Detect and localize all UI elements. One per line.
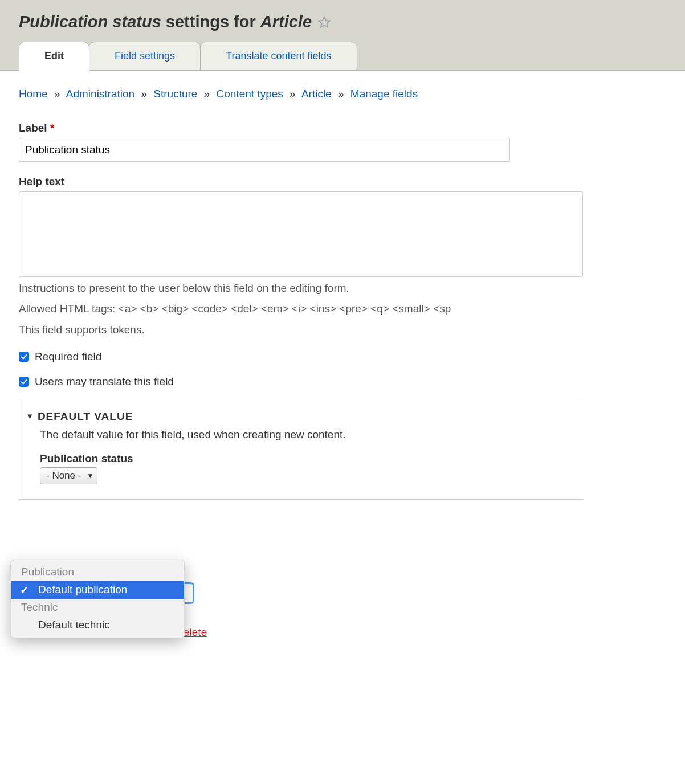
required-checkbox-label: Required field: [35, 350, 101, 363]
default-value-fieldset: ▼ DEFAULT VALUE The default value for th…: [19, 401, 583, 500]
breadcrumb: Home » Administration » Structure » Cont…: [19, 88, 685, 100]
tab-field-settings[interactable]: Field settings: [89, 42, 201, 71]
fieldset-description: The default value for this field, used w…: [40, 428, 562, 441]
tabs: Edit Field settings Translate content fi…: [0, 42, 685, 71]
tab-edit[interactable]: Edit: [19, 42, 89, 71]
crumb-manage-fields[interactable]: Manage fields: [350, 88, 418, 100]
fieldset-legend[interactable]: ▼ DEFAULT VALUE: [19, 410, 583, 428]
help-desc-line1: Instructions to present to the user belo…: [19, 279, 685, 297]
chevron-down-icon: ▼: [87, 472, 93, 480]
crumb-content-types[interactable]: Content types: [217, 88, 283, 100]
help-desc-line2: Allowed HTML tags: <a> <b> <big> <code> …: [19, 300, 685, 318]
crumb-article[interactable]: Article: [301, 88, 332, 100]
required-checkbox[interactable]: [19, 352, 29, 362]
help-text-input[interactable]: [19, 191, 583, 277]
star-icon[interactable]: [317, 15, 331, 29]
crumb-home[interactable]: Home: [19, 88, 48, 100]
required-marker: *: [50, 122, 54, 134]
crumb-structure[interactable]: Structure: [153, 88, 197, 100]
select-value: - None -: [46, 470, 81, 481]
help-desc-line3: This field supports tokens.: [19, 321, 685, 339]
label-field-label: Label *: [19, 122, 685, 134]
page-title: Publication status settings for Article: [0, 13, 685, 42]
help-text-label: Help text: [19, 175, 685, 188]
label-input[interactable]: [19, 138, 510, 162]
collapse-icon: ▼: [26, 412, 34, 420]
default-value-select[interactable]: - None - ▼: [40, 467, 97, 484]
title-type-name: Article: [260, 13, 312, 31]
tab-translate[interactable]: Translate content fields: [200, 42, 357, 71]
crumb-admin[interactable]: Administration: [66, 88, 134, 100]
title-mid: settings for: [161, 13, 260, 31]
title-field-name: Publication status: [19, 13, 161, 31]
svg-marker-0: [319, 17, 330, 27]
default-value-label: Publication status: [40, 452, 562, 465]
translate-checkbox-label: Users may translate this field: [35, 375, 174, 388]
translate-checkbox[interactable]: [19, 377, 29, 387]
